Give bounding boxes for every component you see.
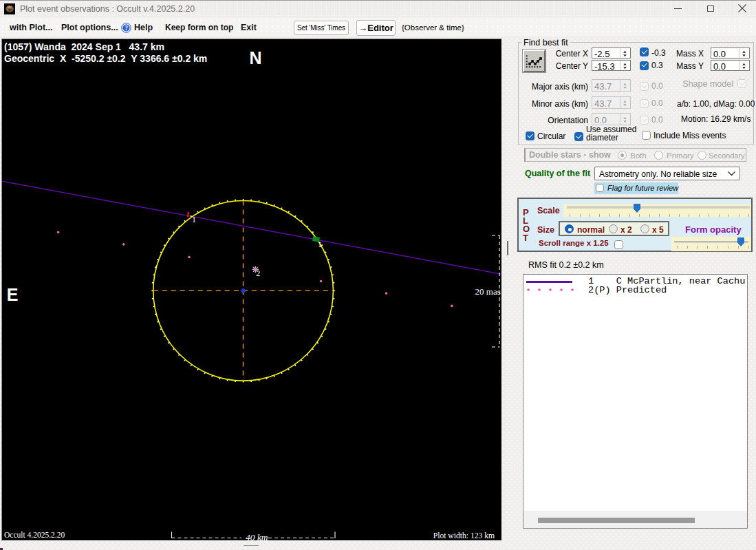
svg-text:1: 1: [192, 215, 196, 224]
svg-text:Occult 4.2025.2.20: Occult 4.2025.2.20: [4, 531, 65, 539]
svg-text:N: N: [250, 48, 262, 67]
svg-text:(1057) Wanda 2024 Sep 1 43.: (1057) Wanda 2024 Sep 1 43.7 km: [4, 41, 164, 52]
svg-text:?: ?: [125, 25, 128, 32]
svg-text:20 mas: 20 mas: [475, 286, 501, 297]
svg-text:1: 1: [318, 240, 322, 249]
svg-text:40 km: 40 km: [246, 532, 268, 540]
svg-text:Plot width: 123 km: Plot width: 123 km: [433, 531, 495, 540]
svg-text:E: E: [7, 285, 19, 304]
svg-text:2: 2: [256, 268, 260, 278]
svg-text:Geocentric X -5250.2 ±0.2 Y: Geocentric X -5250.2 ±0.2 Y 3366.6 ±0.2 …: [4, 53, 207, 64]
